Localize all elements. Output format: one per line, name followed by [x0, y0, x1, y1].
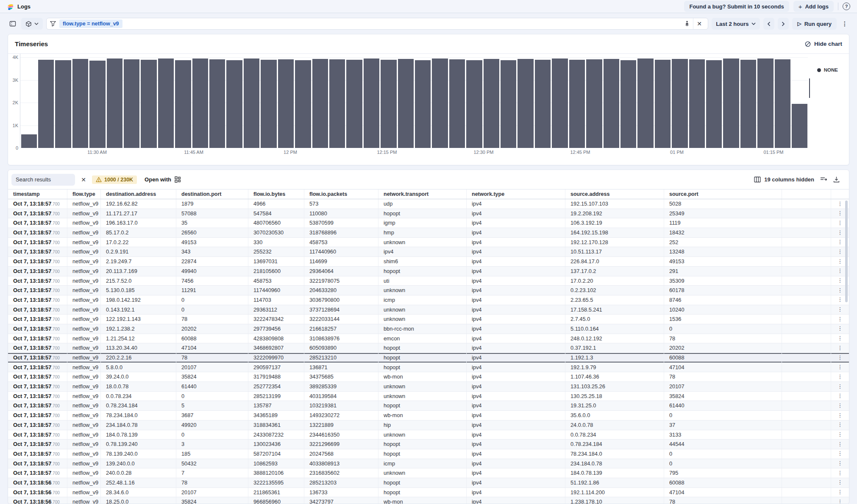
cell-destination-address[interactable]: 122.192.1.143 — [101, 315, 176, 324]
row-actions-kebab[interactable]: ⋮ — [831, 478, 849, 487]
cell-flow-io-packets[interactable]: 29364064 — [304, 267, 378, 276]
legend-item-none[interactable]: NONE — [817, 67, 838, 72]
cell-destination-address[interactable]: 0.78.234.184 — [101, 401, 176, 410]
cell-flow-io-packets[interactable]: 4033808913 — [304, 459, 378, 468]
cell-network-type[interactable]: ipv4 — [467, 209, 565, 218]
query-input[interactable]: flow.type = netflow_v9 ✕ — [46, 18, 708, 30]
cell-network-type[interactable]: ipv4 — [467, 324, 565, 334]
cell-timestamp[interactable]: Oct 7, 13:18:57.700 — [8, 286, 67, 295]
cell-flow-io-packets[interactable]: 573 — [304, 199, 378, 209]
download-icon[interactable] — [833, 176, 840, 183]
histogram-bar[interactable] — [55, 60, 71, 148]
cell-destination-port[interactable]: 35 — [176, 218, 248, 228]
cell-source-port[interactable]: 25349 — [664, 209, 782, 218]
table-row[interactable]: Oct 7, 13:18:57.700netflow_v90.78.234.18… — [8, 401, 849, 411]
cell-destination-address[interactable]: 18.0.0.78 — [101, 382, 176, 391]
cell-source-port[interactable]: 18432 — [664, 228, 782, 237]
table-row[interactable]: Oct 7, 13:18:57.700netflow_v90.78.139.24… — [8, 440, 849, 449]
cell-destination-address[interactable]: 5.8.0.0 — [101, 363, 176, 372]
histogram-bar[interactable] — [346, 60, 362, 148]
cell-network-transport[interactable]: shim6 — [378, 257, 467, 266]
cell-flow-type[interactable]: netflow_v9 — [67, 199, 101, 209]
cell-destination-port[interactable]: 7 — [176, 468, 248, 478]
cell-flow-io-packets[interactable]: 136733 — [304, 488, 378, 497]
clear-query-icon[interactable]: ✕ — [694, 18, 704, 30]
cell-flow-io-bytes[interactable]: 34365189 — [248, 411, 304, 420]
cell-network-transport[interactable]: hopopt — [378, 267, 467, 276]
hide-chart-button[interactable]: Hide chart — [804, 41, 842, 47]
cell-network-transport[interactable]: unknown — [378, 382, 467, 391]
histogram-bar[interactable] — [637, 58, 653, 148]
cell-timestamp[interactable]: Oct 7, 13:18:56.700 — [8, 488, 67, 497]
cell-source-port[interactable]: 13248 — [664, 247, 782, 256]
cell-flow-io-bytes[interactable]: 218105600 — [248, 267, 304, 276]
cell-flow-io-bytes[interactable]: 4283809808 — [248, 334, 304, 343]
cell-network-transport[interactable]: unknown — [378, 315, 467, 324]
cell-flow-io-packets[interactable]: 136871 — [304, 363, 378, 372]
cell-network-type[interactable]: ipv4 — [467, 353, 565, 362]
histogram-bar[interactable] — [757, 58, 773, 148]
time-range-picker[interactable]: Last 2 hours — [712, 18, 760, 30]
cell-destination-address[interactable]: 139.240.0.0 — [101, 459, 176, 468]
column-header-destination-address[interactable]: destination.address — [101, 189, 176, 199]
cell-timestamp[interactable]: Oct 7, 13:18:57.700 — [8, 372, 67, 381]
cell-network-transport[interactable]: hopopt — [378, 449, 467, 459]
cell-source-port[interactable]: 60088 — [664, 478, 782, 487]
table-row[interactable]: Oct 7, 13:18:57.700netflow_v9113.20.34.4… — [8, 343, 849, 353]
open-with-button[interactable]: Open with — [145, 176, 181, 183]
cell-flow-io-bytes[interactable]: 135787 — [248, 401, 304, 410]
cell-flow-io-packets[interactable]: 605093890 — [304, 343, 378, 353]
histogram-bar[interactable] — [381, 60, 396, 148]
cell-network-type[interactable]: ipv4 — [467, 305, 565, 315]
cell-flow-io-bytes[interactable]: 255232 — [248, 247, 304, 256]
cell-destination-address[interactable]: 1.21.254.12 — [101, 334, 176, 343]
column-header-network-type[interactable]: network.type — [467, 189, 565, 199]
histogram-bar[interactable] — [432, 58, 448, 148]
cell-source-port[interactable]: 291 — [664, 267, 782, 276]
row-actions-kebab[interactable]: ⋮ — [831, 382, 849, 391]
cell-flow-type[interactable]: netflow_v9 — [67, 286, 101, 295]
cell-flow-io-bytes[interactable]: 4966 — [248, 199, 304, 209]
cell-timestamp[interactable]: Oct 7, 13:18:57.700 — [8, 363, 67, 372]
cell-network-transport[interactable]: icmp — [378, 295, 467, 305]
cell-flow-type[interactable]: netflow_v9 — [67, 334, 101, 343]
table-row[interactable]: Oct 7, 13:18:57.700netflow_v95.8.0.02010… — [8, 363, 849, 373]
table-row[interactable]: Oct 7, 13:18:57.700netflow_v918.0.0.7861… — [8, 382, 849, 392]
cell-timestamp[interactable]: Oct 7, 13:18:57.700 — [8, 430, 67, 440]
cell-source-port[interactable]: 37 — [664, 420, 782, 430]
table-row[interactable]: Oct 7, 13:18:57.700netflow_v9198.0.142.1… — [8, 295, 849, 305]
table-row[interactable]: Oct 7, 13:18:57.700netflow_v9184.0.78.13… — [8, 430, 849, 440]
cell-destination-port[interactable]: 78 — [176, 353, 248, 362]
histogram-bar[interactable] — [655, 60, 671, 148]
cell-network-transport[interactable]: hip — [378, 420, 467, 430]
cell-timestamp[interactable]: Oct 7, 13:18:57.700 — [8, 295, 67, 305]
cell-destination-address[interactable]: 78.234.184.0 — [101, 411, 176, 420]
cell-source-port[interactable]: 10240 — [664, 305, 782, 315]
cell-source-port[interactable]: 20202 — [664, 343, 782, 353]
cell-flow-io-packets[interactable]: 458753 — [304, 238, 378, 247]
row-actions-kebab[interactable]: ⋮ — [831, 449, 849, 459]
cell-flow-io-bytes[interactable]: 317919488 — [248, 372, 304, 381]
column-header-network-transport[interactable]: network.transport — [378, 189, 467, 199]
time-back-button[interactable] — [763, 18, 774, 30]
cell-network-transport[interactable]: wb-mon — [378, 497, 467, 504]
timeseries-chart[interactable]: 01K2K3K4K 11:30 AM11:45 AM12 PM12:15 PM1… — [8, 54, 849, 165]
cell-timestamp[interactable]: Oct 7, 13:18:56.700 — [8, 497, 67, 504]
add-logs-button[interactable]: + Add logs — [793, 1, 834, 12]
histogram-bar[interactable] — [244, 58, 259, 148]
cell-source-address[interactable]: 137.17.0.2 — [565, 267, 664, 276]
cell-source-port[interactable]: 47104 — [664, 363, 782, 372]
cell-flow-io-packets[interactable]: 110080 — [304, 209, 378, 218]
table-row[interactable]: Oct 7, 13:18:57.700netflow_v9192.16.62.8… — [8, 199, 849, 209]
cell-flow-io-bytes[interactable]: 211865361 — [248, 488, 304, 497]
cell-timestamp[interactable]: Oct 7, 13:18:57.700 — [8, 276, 67, 286]
cell-network-type[interactable]: ipv4 — [467, 459, 565, 468]
cell-network-type[interactable]: ipv4 — [467, 286, 565, 295]
cell-flow-io-bytes[interactable]: 2433087232 — [248, 430, 304, 440]
histogram-bar[interactable] — [552, 58, 568, 148]
cell-destination-port[interactable]: 49940 — [176, 267, 248, 276]
cell-flow-io-packets[interactable]: 285213210 — [304, 353, 378, 362]
cell-timestamp[interactable]: Oct 7, 13:18:57.700 — [8, 449, 67, 459]
row-actions-kebab[interactable]: ⋮ — [831, 305, 849, 315]
cell-flow-io-packets[interactable]: 103219381 — [304, 401, 378, 410]
